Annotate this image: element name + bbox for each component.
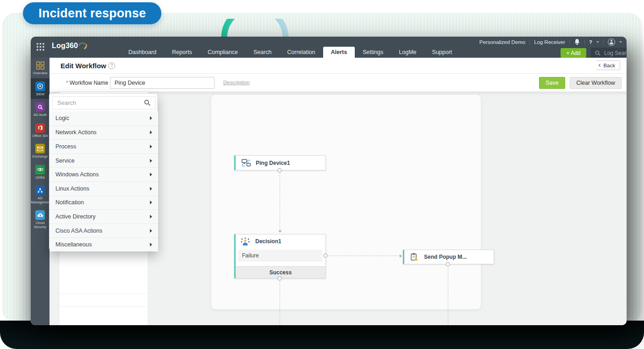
nav-tab-reports[interactable]: Reports [164,47,200,58]
port-popup-right-bottom[interactable] [446,262,450,267]
sidebar-item-siem[interactable]: SIEM [31,78,50,99]
save-button[interactable]: Save [539,77,565,89]
arrowhead-icon [400,254,402,258]
sidebar-item-ad-audit[interactable]: AD Audit [31,99,50,120]
bell-icon[interactable] [574,38,580,45]
log-receiver-link[interactable]: Log Receiver [534,39,565,45]
title-badge-label: Incident response [39,6,146,21]
back-button-label: Back [603,63,615,68]
personalized-demo-link[interactable]: Personalized Demo [479,39,525,45]
node-label: Decision1 [255,238,281,245]
palette-item-label: Miscellaneous [55,241,92,248]
palette-item-label: Service [55,158,75,164]
chevron-right-icon [150,201,152,204]
cloud-lock-icon [35,210,45,220]
nav-tab-search[interactable]: Search [246,47,280,58]
action-palette-dropdown: Logic Network Actions Process Service Wi… [49,93,158,251]
sidebar-item-cloud-security[interactable]: Cloud Security [31,207,50,232]
palette-item-process[interactable]: Process [50,139,158,153]
nav-tab-settings[interactable]: Settings [355,47,391,58]
branch-label: Success [270,269,292,276]
node-decision[interactable]: Decision1 Failure Success [234,234,326,278]
port-failure-right[interactable] [323,253,328,258]
port-ping-bottom[interactable] [277,168,282,173]
chevron-right-icon [150,173,152,176]
workflow-name-label: *Workflow Name [66,80,108,86]
palette-search-input[interactable] [53,99,144,106]
sidebar-item-label: AD Audit [33,113,47,117]
chevron-right-icon [150,159,152,163]
divider [60,306,148,307]
nav-tab-compliance[interactable]: Compliance [200,47,246,58]
palette-item-miscellaneous[interactable]: Miscellaneous [50,237,158,251]
sidebar-item-exchange[interactable]: Exchange [31,141,50,162]
palette-item-windows-actions[interactable]: Windows Actions [50,167,158,181]
palette-item-linux-actions[interactable]: Linux Actions [50,181,158,196]
chevron-right-icon [150,229,152,233]
palette-search-box[interactable] [52,96,155,109]
back-button[interactable]: Back [591,60,620,70]
help-icon-glyph: ? [110,63,113,68]
nav-tab-dashboard[interactable]: Dashboard [121,47,164,58]
connector-popup-trace [448,267,448,325]
decision-icon [240,237,250,246]
nav-tab-alerts[interactable]: Alerts [323,47,355,58]
app-launcher-icon[interactable] [37,43,44,51]
port-success-bottom[interactable] [277,276,282,281]
sidebar-item-label: AD Management [31,196,50,204]
palette-item-active-directory[interactable]: Active Directory [50,209,158,224]
palette-item-label: Logic [55,115,69,121]
sidebar-item-overview[interactable]: Overview [31,58,50,78]
nav-tab-support[interactable]: Support [424,47,460,58]
sidebar-item-ueba[interactable]: UEBA [31,162,50,183]
palette-item-notification[interactable]: Notification [50,196,158,210]
app-sidebar: Overview SIEM AD Audit Office 365 [31,58,50,325]
workflow-name-input[interactable] [110,77,215,89]
nav-tab-logme[interactable]: LogMe [391,47,424,58]
divider [603,39,604,44]
log360-logo-swoosh [78,42,88,51]
title-badge: Incident response [23,2,161,24]
add-button-label: + Add [566,50,580,56]
palette-item-label: Windows Actions [55,171,99,178]
palette-item-label: Notification [55,199,84,206]
chevron-right-icon [150,131,152,134]
connector-ping-decision [280,173,280,231]
palette-item-service[interactable]: Service [50,153,158,168]
help-menu[interactable]: ? [589,39,592,45]
workflow-canvas: Ping Device1 Decision1 Failure Succ [50,92,627,325]
eye-icon [35,165,45,174]
help-icon[interactable]: ? [108,62,115,69]
connector-failure-popup [328,256,400,256]
add-button[interactable]: + Add [561,48,586,58]
palette-item-network-actions[interactable]: Network Actions [50,125,158,140]
overview-grid-icon [36,61,45,70]
palette-item-logic[interactable]: Logic [50,111,158,125]
chevron-right-icon [150,145,152,148]
search-icon [144,99,151,106]
chevron-down-icon [596,41,599,43]
user-avatar[interactable] [608,38,615,46]
palette-item-label: Cisco ASA Actions [55,228,102,234]
palette-item-label: Active Directory [55,213,96,220]
nodes-icon [35,185,45,195]
clear-workflow-button[interactable]: Clear Workflow [570,77,622,89]
marketing-frame: Incident response Log360 [0,0,644,349]
log360-logo[interactable]: Log360 [52,42,88,51]
header-utility-bar: Personalized Demo Log Receiver ? [479,37,622,47]
palette-item-cisco-asa-actions[interactable]: Cisco ASA Actions [50,224,158,238]
node-label: Send Popup M... [424,254,467,260]
nav-tab-correlation[interactable]: Correlation [280,47,323,58]
branch-label: Failure [242,252,259,259]
description-link[interactable]: Description [223,80,250,85]
envelope-icon [35,144,45,153]
sidebar-item-office365[interactable]: Office 365 [31,120,50,141]
sidebar-item-label: UEBA [35,176,44,180]
connector-success-popup [280,281,280,325]
sidebar-item-label: Exchange [33,155,48,159]
decorative-arc [221,19,289,38]
decision-branch-failure[interactable]: Failure [238,250,322,262]
sidebar-item-ad-management[interactable]: AD Management [31,182,50,207]
popup-message-icon [410,253,419,261]
log-search-box[interactable]: Log Search [591,48,627,58]
